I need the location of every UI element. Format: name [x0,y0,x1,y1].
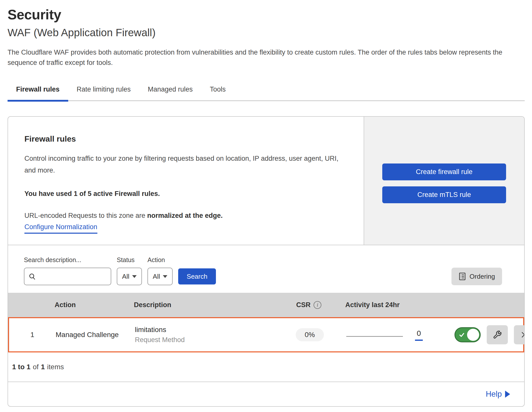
summary-of: of [33,363,39,371]
page-subtitle: WAF (Web Application Firewall) [8,27,525,39]
usage-summary: You have used 1 of 5 active Firewall rul… [24,190,349,198]
search-filter-group: Search description... [24,256,111,285]
action-column-header: Action [55,301,134,309]
action-dropdown-value: All [153,273,160,280]
search-label: Search description... [24,256,111,264]
rule-action: Managed Challenge [56,331,135,339]
search-input-wrapper[interactable] [24,268,111,285]
table-summary: 1 to 1 of 1 items [8,352,524,382]
search-input[interactable] [39,272,124,281]
summary-range: 1 to 1 [12,363,30,371]
security-waf-page: Security WAF (Web Application Firewall) … [0,0,532,407]
card-action-panel: Create firewall rule Create mTLS rule [364,117,524,245]
chevron-down-icon [132,275,137,278]
help-row: Help [8,382,524,406]
filter-bar: Search description... Status All [8,245,524,293]
csr-column-header: CSR i [296,301,321,309]
normalization-note-prefix: URL-encoded Requests to this zone are [24,212,147,219]
check-icon [459,332,465,338]
summary-total: 1 [41,363,45,371]
activity-sparkline [346,336,403,337]
wrench-icon [493,330,502,339]
configure-normalization-link[interactable]: Configure Normalization [24,223,97,234]
action-label: Action [147,256,173,264]
arrow-right-icon [505,391,510,398]
card-description: Control incoming traffic to your zone by… [24,153,349,176]
action-filter-group: Action All [147,256,173,285]
create-firewall-rule-button[interactable]: Create firewall rule [382,163,506,180]
summary-items: items [47,363,64,371]
edit-rule-button[interactable] [487,325,508,344]
rule-controls [454,325,525,344]
rule-description: limitations [135,326,273,334]
activity-column-header: Activity last 24hr [345,301,453,309]
ordering-button-label: Ordering [470,273,495,280]
csr-badge: 0% [296,328,324,341]
search-button[interactable]: Search [178,268,216,284]
firewall-rules-info: Firewall rules Control incoming traffic … [8,117,364,245]
activity-count-link[interactable]: 0 [415,329,423,341]
create-mtls-rule-button[interactable]: Create mTLS rule [382,186,506,203]
rule-priority: 1 [30,331,34,339]
rule-enabled-toggle[interactable] [454,327,481,342]
normalization-note: URL-encoded Requests to this zone are no… [24,212,349,220]
status-label: Status [117,256,142,264]
rules-table-header: Action Description CSR i Activity last 2… [8,293,524,317]
close-icon [520,331,525,339]
tab-rate-limiting-rules[interactable]: Rate limiting rules [68,82,139,100]
action-dropdown[interactable]: All [147,268,173,285]
firewall-rules-card: Firewall rules Control incoming traffic … [8,116,525,407]
status-dropdown-value: All [122,273,129,280]
ordering-button[interactable]: Ordering [451,268,502,285]
rule-expression: Request Method [135,336,273,344]
help-link[interactable]: Help [486,390,510,399]
tab-managed-rules[interactable]: Managed rules [139,82,201,100]
chevron-down-icon [163,275,167,278]
status-dropdown[interactable]: All [117,268,142,285]
normalization-note-bold: normalized at the edge. [147,212,223,219]
tab-tools[interactable]: Tools [201,82,234,100]
page-description: The Cloudflare WAF provides both automat… [8,47,523,68]
info-icon[interactable]: i [314,301,321,309]
description-column-header: Description [134,301,272,309]
waf-tab-bar: Firewall rules Rate limiting rules Manag… [8,82,525,101]
page-title: Security [8,7,525,23]
tab-firewall-rules[interactable]: Firewall rules [8,82,68,100]
table-row[interactable]: 1 Managed Challenge limitations Request … [8,317,524,352]
help-link-label: Help [486,390,502,399]
search-icon [28,273,36,280]
firewall-rules-overview: Firewall rules Control incoming traffic … [8,117,524,245]
activity-cell: 0 [346,329,454,341]
toggle-knob [467,329,479,341]
ordering-list-icon [459,272,466,280]
card-heading: Firewall rules [24,134,349,144]
status-filter-group: Status All [117,256,142,285]
delete-rule-button[interactable] [514,325,525,344]
rule-description-cell: limitations Request Method [135,326,273,344]
csr-header-label: CSR [296,301,311,309]
